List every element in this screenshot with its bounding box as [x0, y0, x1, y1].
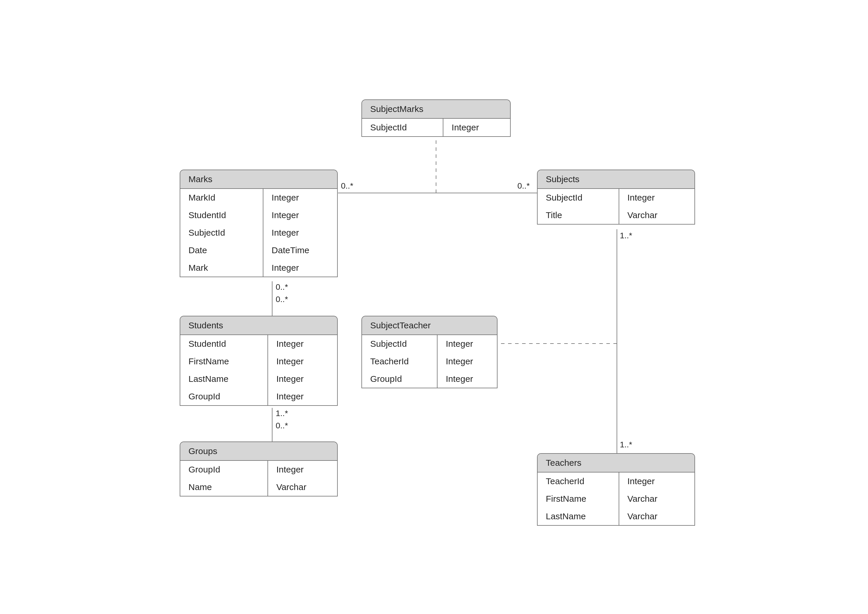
- entity-teachers[interactable]: Teachers TeacherId Integer FirstName Var…: [537, 453, 695, 526]
- field-type: Integer: [619, 189, 694, 206]
- field-type: Integer: [268, 353, 337, 370]
- field-name: FirstName: [180, 353, 268, 370]
- field-name: SubjectId: [538, 189, 619, 206]
- field-type: Integer: [437, 335, 497, 353]
- entity-title: SubjectMarks: [362, 100, 510, 119]
- field-type: Integer: [437, 370, 497, 388]
- entity-subjects[interactable]: Subjects SubjectId Integer Title Varchar: [537, 170, 695, 225]
- entity-row: FirstName Varchar: [538, 490, 694, 508]
- cardinality-label: 0..*: [341, 181, 353, 191]
- field-type: Integer: [263, 206, 337, 224]
- field-type: Varchar: [268, 478, 337, 496]
- entity-subjectteacher[interactable]: SubjectTeacher SubjectId Integer Teacher…: [361, 316, 498, 388]
- field-name: LastName: [538, 508, 619, 525]
- connectors-layer: [0, 0, 868, 614]
- entity-row: SubjectId Integer: [180, 224, 337, 242]
- field-name: MarkId: [180, 189, 263, 206]
- field-type: Integer: [619, 473, 694, 490]
- entity-marks[interactable]: Marks MarkId Integer StudentId Integer S…: [180, 170, 338, 277]
- entity-title: Teachers: [538, 454, 694, 473]
- entity-rows: TeacherId Integer FirstName Varchar Last…: [538, 473, 694, 525]
- diagram-canvas: SubjectMarks SubjectId Integer Marks Mar…: [0, 0, 868, 614]
- entity-row: FirstName Integer: [180, 353, 337, 370]
- field-type: Varchar: [619, 490, 694, 508]
- field-type: Integer: [268, 461, 337, 478]
- field-name: SubjectId: [362, 119, 443, 136]
- cardinality-label: 0..*: [276, 421, 288, 430]
- entity-row: TeacherId Integer: [538, 473, 694, 490]
- entity-students[interactable]: Students StudentId Integer FirstName Int…: [180, 316, 338, 406]
- field-name: TeacherId: [362, 353, 437, 370]
- entity-row: SubjectId Integer: [362, 335, 497, 353]
- entity-row: GroupId Integer: [180, 388, 337, 405]
- entity-row: MarkId Integer: [180, 189, 337, 206]
- entity-row: GroupId Integer: [362, 370, 497, 388]
- field-type: Integer: [263, 259, 337, 277]
- cardinality-label: 1..*: [620, 231, 632, 240]
- entity-row: LastName Integer: [180, 370, 337, 388]
- field-name: Name: [180, 478, 268, 496]
- field-name: SubjectId: [362, 335, 437, 353]
- field-type: Varchar: [619, 206, 694, 224]
- field-name: GroupId: [180, 388, 268, 405]
- entity-row: LastName Varchar: [538, 508, 694, 525]
- field-type: Integer: [268, 388, 337, 405]
- entity-row: TeacherId Integer: [362, 353, 497, 370]
- field-type: DateTime: [263, 242, 337, 259]
- field-name: LastName: [180, 370, 268, 388]
- field-name: StudentId: [180, 335, 268, 353]
- entity-title: Groups: [180, 442, 337, 461]
- field-type: Integer: [268, 370, 337, 388]
- entity-title: SubjectTeacher: [362, 316, 497, 335]
- entity-row: Date DateTime: [180, 242, 337, 259]
- field-type: Integer: [437, 353, 497, 370]
- cardinality-label: 1..*: [276, 409, 288, 418]
- cardinality-label: 0..*: [517, 181, 530, 191]
- cardinality-label: 0..*: [276, 282, 288, 292]
- entity-row: Title Varchar: [538, 206, 694, 224]
- entity-row: SubjectId Integer: [538, 189, 694, 206]
- cardinality-label: 0..*: [276, 295, 288, 304]
- entity-rows: MarkId Integer StudentId Integer Subject…: [180, 189, 337, 277]
- entity-title: Subjects: [538, 170, 694, 189]
- field-name: GroupId: [180, 461, 268, 478]
- field-name: StudentId: [180, 206, 263, 224]
- entity-row: SubjectId Integer: [362, 119, 510, 136]
- entity-row: GroupId Integer: [180, 461, 337, 478]
- field-name: SubjectId: [180, 224, 263, 242]
- entity-rows: SubjectId Integer TeacherId Integer Grou…: [362, 335, 497, 388]
- field-type: Integer: [263, 224, 337, 242]
- entity-rows: SubjectId Integer Title Varchar: [538, 189, 694, 224]
- field-name: GroupId: [362, 370, 437, 388]
- entity-title: Students: [180, 316, 337, 335]
- entity-rows: SubjectId Integer: [362, 119, 510, 136]
- field-type: Integer: [263, 189, 337, 206]
- entity-row: StudentId Integer: [180, 206, 337, 224]
- entity-groups[interactable]: Groups GroupId Integer Name Varchar: [180, 442, 338, 496]
- entity-row: StudentId Integer: [180, 335, 337, 353]
- field-name: TeacherId: [538, 473, 619, 490]
- field-type: Integer: [443, 119, 510, 136]
- cardinality-label: 1..*: [620, 440, 632, 450]
- entity-rows: StudentId Integer FirstName Integer Last…: [180, 335, 337, 405]
- field-type: Integer: [268, 335, 337, 353]
- entity-subjectmarks[interactable]: SubjectMarks SubjectId Integer: [361, 99, 511, 137]
- field-type: Varchar: [619, 508, 694, 525]
- field-name: Date: [180, 242, 263, 259]
- entity-row: Name Varchar: [180, 478, 337, 496]
- entity-rows: GroupId Integer Name Varchar: [180, 461, 337, 496]
- field-name: Title: [538, 206, 619, 224]
- entity-title: Marks: [180, 170, 337, 189]
- field-name: Mark: [180, 259, 263, 277]
- field-name: FirstName: [538, 490, 619, 508]
- entity-row: Mark Integer: [180, 259, 337, 277]
